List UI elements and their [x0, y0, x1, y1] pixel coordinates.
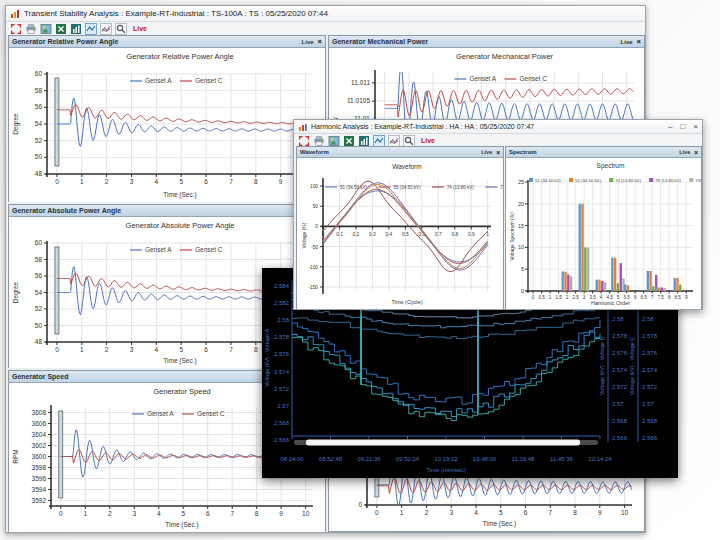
svg-text:1: 1 [549, 295, 552, 300]
svg-text:0.8: 0.8 [451, 232, 458, 237]
print-icon[interactable] [25, 23, 37, 35]
svg-text:6: 6 [206, 510, 210, 517]
svg-text:56: 56 [35, 272, 43, 279]
excel-icon[interactable] [55, 23, 67, 35]
app-icon [10, 5, 20, 23]
plot-line-icon[interactable] [100, 23, 112, 35]
waveform-chart: Waveform51 (34.50 kV)55 (34.50 kV)74 (13… [297, 158, 503, 309]
svg-text:2.568: 2.568 [612, 418, 628, 424]
zoom-icon[interactable] [115, 23, 127, 35]
svg-text:2.568: 2.568 [274, 420, 290, 426]
panel-header[interactable]: Waveform Live × [297, 147, 503, 158]
svg-text:0.4: 0.4 [386, 232, 393, 237]
svg-text:6: 6 [204, 346, 208, 353]
panel-title: Waveform [300, 149, 329, 155]
harmonic-titlebar[interactable]: Harmonic Analysis : Example-RT-Industria… [294, 120, 702, 134]
svg-text:0.2: 0.2 [353, 232, 360, 237]
panel-title: Generator Relative Power Angle [12, 38, 118, 45]
plot-line-icon[interactable] [388, 135, 400, 147]
svg-text:0: 0 [55, 178, 59, 185]
panel-close-button[interactable]: × [496, 149, 500, 156]
window-title: Harmonic Analysis : Example-RT-Industria… [311, 123, 534, 130]
image-icon[interactable] [328, 135, 340, 147]
spectrum-chart: Spectrum51 (34.50 kV)55 (34.50 kV)74 (13… [506, 158, 701, 309]
svg-text:2: 2 [105, 346, 109, 353]
chart-icon[interactable] [358, 135, 370, 147]
svg-text:60: 60 [35, 239, 43, 246]
svg-text:2.576: 2.576 [274, 351, 290, 357]
svg-text:10:48:00: 10:48:00 [473, 456, 497, 462]
svg-text:Generator Relative Power Angle: Generator Relative Power Angle [126, 52, 233, 61]
svg-text:7: 7 [229, 178, 233, 185]
svg-text:2.572: 2.572 [612, 384, 628, 390]
svg-text:-100: -100 [308, 265, 318, 270]
svg-text:RPM: RPM [12, 449, 19, 463]
svg-text:60: 60 [35, 70, 43, 77]
panel-title: Generator Mechanical Power [332, 38, 428, 45]
panel-header[interactable]: Spectrum Live × [506, 147, 701, 158]
svg-text:2.566: 2.566 [612, 435, 628, 441]
svg-text:Genset C: Genset C [195, 246, 223, 253]
panel-header[interactable]: Generator Mechanical Power Live × [329, 36, 644, 48]
svg-text:Voltage (kV) - Voltage B: Voltage (kV) - Voltage B [599, 336, 605, 395]
svg-text:0.3: 0.3 [369, 232, 376, 237]
panel-close-button[interactable]: × [637, 37, 641, 46]
panel-waveform: Waveform Live × Waveform51 (34.50 kV)55 … [296, 146, 504, 309]
expand-icon[interactable] [298, 135, 310, 147]
svg-text:50: 50 [313, 204, 319, 209]
panel-header[interactable]: Generator Absolute Power Angle Live × [9, 205, 325, 217]
window-title: Transient Stability Analysis : Example-R… [24, 9, 328, 18]
svg-text:51 (34.50 kV): 51 (34.50 kV) [340, 185, 368, 190]
svg-text:6.5: 6.5 [640, 295, 647, 300]
trend-scrollbar-thumb[interactable] [306, 440, 580, 446]
svg-text:2.578: 2.578 [274, 334, 290, 340]
plot-line-active-icon[interactable] [85, 23, 97, 35]
svg-text:9: 9 [279, 510, 283, 517]
svg-text:2.5: 2.5 [572, 295, 579, 300]
svg-text:2.566: 2.566 [274, 437, 290, 443]
svg-text:8: 8 [573, 509, 577, 516]
svg-text:0: 0 [322, 232, 325, 237]
svg-text:2.582: 2.582 [274, 300, 290, 306]
plot-line-active-icon[interactable] [373, 135, 385, 147]
main-titlebar[interactable]: Transient Stability Analysis : Example-R… [6, 6, 645, 22]
svg-text:0: 0 [315, 224, 318, 229]
panel-header[interactable]: Generator Relative Power Angle Live × [9, 36, 325, 48]
svg-text:7: 7 [548, 509, 552, 516]
excel-icon[interactable] [343, 135, 355, 147]
svg-text:2: 2 [108, 510, 112, 517]
svg-text:8: 8 [255, 510, 259, 517]
panel-live-badge: Live [679, 149, 690, 155]
svg-text:1: 1 [486, 232, 489, 237]
minimize-button[interactable]: – [668, 123, 672, 131]
svg-text:-150: -150 [308, 285, 318, 290]
chart-icon[interactable] [70, 23, 82, 35]
svg-text:54: 54 [35, 289, 43, 296]
expand-icon[interactable] [10, 23, 22, 35]
maximize-button[interactable]: □ [680, 123, 685, 131]
svg-text:5: 5 [499, 509, 503, 516]
svg-text:3596: 3596 [32, 475, 47, 482]
svg-text:Waveform: Waveform [392, 163, 421, 170]
svg-text:3602: 3602 [32, 442, 47, 449]
panel-close-button[interactable]: × [318, 37, 322, 46]
svg-text:Time (Sec.): Time (Sec.) [165, 521, 198, 529]
svg-text:2.578: 2.578 [612, 333, 628, 339]
svg-text:55 (34.50 kV): 55 (34.50 kV) [393, 185, 421, 190]
svg-text:10: 10 [621, 509, 629, 516]
print-icon[interactable] [313, 135, 325, 147]
image-icon[interactable] [40, 23, 52, 35]
svg-text:Time (Sec.): Time (Sec.) [163, 357, 196, 365]
harmonic-analysis-window: Harmonic Analysis : Example-RT-Industria… [293, 119, 703, 310]
svg-text:3: 3 [130, 178, 134, 185]
panel-title: Spectrum [509, 149, 537, 155]
zoom-icon[interactable] [403, 135, 415, 147]
svg-text:Genset A: Genset A [147, 410, 174, 417]
svg-text:2.58: 2.58 [642, 316, 654, 322]
panel-close-button[interactable]: × [694, 149, 698, 156]
svg-text:Genset C: Genset C [197, 410, 225, 417]
svg-text:3594: 3594 [32, 486, 47, 493]
svg-text:1: 1 [400, 509, 404, 516]
svg-text:4: 4 [474, 509, 478, 516]
close-button[interactable]: × [693, 123, 698, 131]
